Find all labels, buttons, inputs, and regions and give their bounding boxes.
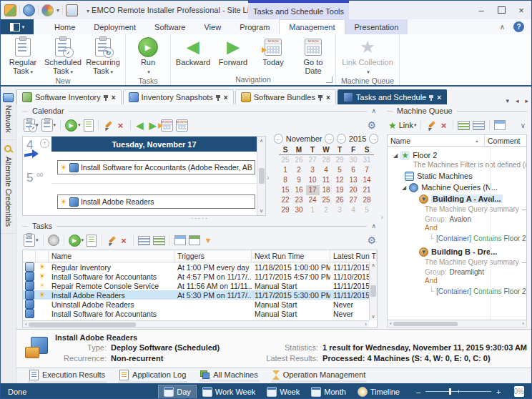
collapse-calendar-icon[interactable]: ∧ — [371, 107, 378, 114]
mini-calendar-day[interactable]: 18 — [320, 185, 333, 195]
network-globe-icon[interactable] — [23, 4, 35, 16]
mini-calendar-day[interactable]: 25 — [320, 195, 333, 205]
mini-calendar-day[interactable]: 3 — [333, 205, 347, 215]
sidebar-item-network[interactable]: Network — [1, 88, 16, 140]
comment-column-header[interactable]: Comment — [484, 135, 526, 146]
mini-calendar-day[interactable]: 1 — [306, 205, 320, 215]
report-icon[interactable] — [87, 235, 97, 246]
tree-item-building-a[interactable]: ▼ Building A - Aval... — [388, 193, 526, 205]
scrollbar-thumb[interactable] — [29, 322, 136, 327]
tab-all-machines[interactable]: All Machines — [199, 370, 259, 382]
mini-calendar-day[interactable]: 2 — [320, 205, 333, 215]
appointment[interactable]: ☀ Install Software for Accountants (Adob… — [57, 160, 255, 174]
mini-calendar-day[interactable]: 4 — [320, 165, 333, 175]
view-timeline-button[interactable]: Timeline — [353, 385, 405, 398]
filter-icon[interactable]: ▼ — [203, 235, 213, 246]
mini-calendar-day[interactable]: 9 — [292, 175, 306, 185]
mini-calendar-day[interactable]: 31 — [360, 155, 374, 165]
tree-item-floor2[interactable]: ◢ ★ Floor 2 — [388, 149, 526, 161]
pin-icon[interactable] — [216, 94, 221, 101]
mini-calendar-day[interactable]: 27 — [347, 195, 360, 205]
view-month-button[interactable]: Month — [306, 385, 351, 398]
view-week-button[interactable]: Week — [262, 385, 305, 398]
ribbon-tab-view[interactable]: View — [194, 19, 230, 34]
new-task-icon[interactable]: ▾ — [24, 235, 39, 246]
view-work-week-button[interactable]: Work Week — [197, 385, 260, 398]
grid-view-icon[interactable] — [174, 235, 186, 246]
earlier-appointments-icon[interactable]: ↑ — [40, 139, 49, 148]
today-icon[interactable] — [161, 119, 173, 131]
mini-calendar-day[interactable]: 30 — [292, 205, 306, 215]
close-button[interactable]: × — [511, 1, 531, 19]
more-options-icon[interactable]: ∨ — [521, 122, 526, 129]
help-icon[interactable]: ? — [513, 21, 524, 32]
expand-panel-icon[interactable]: › — [381, 213, 383, 221]
mini-calendar-day[interactable]: 21 — [360, 185, 374, 195]
scrollbar-thumb[interactable] — [370, 285, 376, 297]
zoom-track[interactable] — [425, 391, 491, 392]
ribbon-tab-deployment[interactable]: Deployment — [84, 19, 145, 34]
events-area[interactable]: ☀ Install Software for Accountants (Adob… — [51, 152, 257, 215]
recurring-task-button[interactable]: ↻ Recurring Task▾ — [83, 36, 123, 77]
tab-execution-results[interactable]: Execution Results — [28, 369, 107, 383]
zoom-out-icon[interactable]: – — [416, 388, 420, 396]
regular-task-button[interactable]: Regular Task▾ — [3, 36, 43, 77]
run-task-icon[interactable]: ▶▾ — [65, 119, 81, 131]
delete-icon[interactable]: × — [116, 119, 126, 131]
next-run-column-header[interactable]: Next Run Time — [252, 250, 330, 262]
link-collection-button[interactable]: ★ Link Collection ▾ — [338, 36, 397, 77]
mini-calendar-day[interactable]: 14 — [360, 175, 374, 185]
type-column-header[interactable] — [23, 250, 36, 262]
list-view-icon[interactable] — [458, 119, 470, 131]
view-day-button[interactable]: Day — [159, 385, 196, 398]
ribbon-tab-software[interactable]: Software — [145, 19, 194, 34]
mini-calendar-day[interactable]: 5 — [360, 205, 374, 215]
scroll-tabs-right-icon[interactable]: ▸ — [525, 97, 528, 104]
mini-calendar-day[interactable]: 26 — [333, 195, 347, 205]
task-row[interactable]: ☀ Repair Remote Console Service At 11:56… — [23, 281, 377, 290]
prev-year-icon[interactable]: ← — [337, 134, 346, 144]
new-scheduled-task-icon[interactable]: ▾ — [24, 119, 39, 131]
mini-calendar-day[interactable]: 1 — [279, 165, 292, 175]
mini-calendar-day[interactable]: 24 — [306, 195, 320, 205]
mini-calendar-day[interactable]: 29 — [279, 205, 292, 215]
forward-button[interactable]: ▶ Forward — [213, 36, 253, 66]
mini-calendar-day[interactable]: 7 — [360, 165, 374, 175]
task-row[interactable]: ☀ Regular Inventory At 1:00 PM every day… — [23, 262, 377, 272]
mini-calendar-day[interactable]: 5 — [333, 165, 347, 175]
triggers-column-header[interactable]: Triggers — [174, 250, 252, 262]
mini-calendar-day[interactable]: 3 — [306, 165, 320, 175]
tasks-vertical-scrollbar[interactable]: ∧ ∨ — [369, 262, 377, 320]
go-to-date-button[interactable]: Go to Date — [293, 36, 333, 75]
scroll-down-icon[interactable]: ∨ — [260, 208, 263, 214]
application-menu-button[interactable]: ▾ — [1, 19, 34, 34]
name-column-header[interactable]: Name — [49, 250, 174, 262]
doc-tab-software-bundles[interactable]: Software Bundles × — [235, 89, 336, 104]
name-column-header[interactable]: Name — [390, 137, 410, 145]
next-year-icon[interactable]: → — [369, 134, 378, 144]
ribbon-tab-presentation[interactable]: Presentation — [345, 19, 408, 34]
task-row[interactable]: ☀ Install Software for Accountants At 4:… — [23, 272, 377, 281]
qat-customize-icon[interactable]: ▾ — [87, 8, 89, 14]
ribbon-tab-program[interactable]: Program — [230, 19, 279, 34]
scrollbar-thumb[interactable] — [259, 168, 265, 184]
zoom-thumb[interactable] — [449, 388, 451, 395]
mini-calendar-day[interactable]: 30 — [347, 155, 360, 165]
zoom-in-icon[interactable]: + — [496, 388, 501, 396]
close-tab-icon[interactable]: × — [112, 94, 116, 102]
mini-calendar-day[interactable]: 28 — [360, 195, 374, 205]
scroll-down-icon[interactable]: ∨ — [371, 314, 375, 320]
tasks-table-header[interactable]: Name Triggers Next Run Time Latest Run T… — [23, 250, 377, 262]
tab-list-dropdown-icon[interactable]: ▾ — [506, 97, 509, 104]
grid-view-icon[interactable] — [494, 119, 506, 131]
pin-icon[interactable] — [429, 94, 434, 101]
calendar-settings-gear-icon[interactable]: ⚙ — [367, 119, 376, 131]
backward-icon[interactable]: ◀ — [135, 119, 145, 131]
mini-calendar-day[interactable]: 11 — [320, 175, 333, 185]
mini-calendar-day[interactable]: 29 — [333, 155, 347, 165]
latest-run-column-header[interactable]: Latest Run Time — [330, 250, 377, 262]
schedule-column-header[interactable] — [36, 250, 49, 262]
close-tab-icon[interactable]: × — [437, 94, 441, 102]
pin-icon[interactable] — [318, 94, 323, 101]
tab-operation-management[interactable]: Operation Management — [271, 370, 368, 383]
